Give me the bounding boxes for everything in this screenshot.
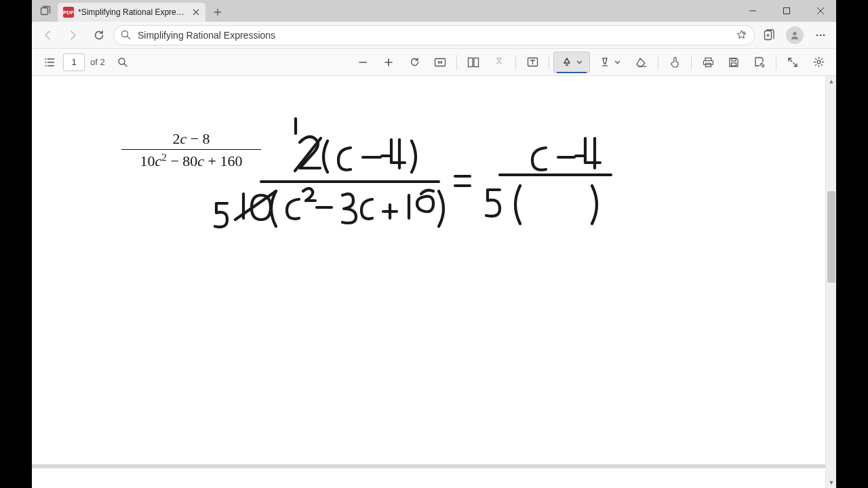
zoom-in-button[interactable] xyxy=(376,52,401,73)
scroll-down-button[interactable]: ▼ xyxy=(826,477,836,488)
svg-rect-0 xyxy=(41,8,48,15)
settings-button[interactable] xyxy=(806,52,831,73)
typeset-denominator: 10c2 − 80c + 160 xyxy=(119,150,264,170)
rotate-button[interactable] xyxy=(402,52,427,73)
nav-forward-button[interactable] xyxy=(62,24,85,47)
window-maximize-button[interactable] xyxy=(771,0,802,22)
svg-rect-19 xyxy=(732,63,736,66)
erase-button[interactable] xyxy=(629,52,654,73)
find-button[interactable] xyxy=(111,52,135,73)
svg-rect-14 xyxy=(474,58,479,66)
draw-button[interactable] xyxy=(553,52,590,73)
collections-button[interactable] xyxy=(757,24,781,47)
pdf-viewport[interactable]: 2c − 8 10c2 − 80c + 160 xyxy=(32,76,836,488)
svg-point-10 xyxy=(45,65,47,66)
print-button[interactable] xyxy=(696,52,720,73)
highlight-button[interactable] xyxy=(591,52,628,73)
fullscreen-button[interactable] xyxy=(781,52,805,73)
svg-rect-13 xyxy=(469,58,473,66)
nav-refresh-button[interactable] xyxy=(87,24,111,47)
window-minimize-button[interactable] xyxy=(737,0,768,22)
save-button[interactable] xyxy=(722,52,746,73)
address-bar[interactable]: Simplifying Rational Expressions xyxy=(113,25,755,45)
tab-strip: PDF *Simplifying Rational Expressions xyxy=(32,0,836,22)
scroll-thumb[interactable] xyxy=(827,191,835,283)
pdf-favicon: PDF xyxy=(63,7,74,18)
address-text: Simplifying Rational Expressions xyxy=(138,30,729,41)
svg-point-21 xyxy=(817,60,821,64)
add-text-button[interactable] xyxy=(520,52,545,73)
page-view-button[interactable] xyxy=(461,52,486,73)
address-bar-row: Simplifying Rational Expressions xyxy=(32,22,836,49)
svg-point-4 xyxy=(793,31,796,35)
svg-point-5 xyxy=(816,34,818,36)
svg-rect-1 xyxy=(784,8,790,14)
typeset-expression: 2c − 8 10c2 − 80c + 160 xyxy=(119,130,264,170)
new-tab-button[interactable] xyxy=(208,3,227,22)
svg-rect-20 xyxy=(732,58,736,61)
avatar-icon xyxy=(786,26,804,44)
pdf-page: 2c − 8 10c2 − 80c + 160 xyxy=(32,76,825,488)
window-close-button[interactable] xyxy=(805,0,836,22)
favorite-icon[interactable] xyxy=(736,29,747,41)
browser-window: PDF *Simplifying Rational Expressions xyxy=(32,0,836,488)
tab-title: *Simplifying Rational Expressions xyxy=(78,7,186,17)
svg-point-8 xyxy=(45,58,47,60)
touch-button[interactable] xyxy=(663,52,687,73)
search-icon xyxy=(121,30,131,40)
svg-point-9 xyxy=(45,62,47,63)
scroll-up-button[interactable]: ▲ xyxy=(826,76,836,87)
read-aloud-button[interactable] xyxy=(487,52,511,73)
more-menu-button[interactable] xyxy=(809,24,832,47)
svg-point-7 xyxy=(823,34,825,36)
pdf-toolbar: of 2 xyxy=(32,49,836,76)
profile-button[interactable] xyxy=(783,24,806,47)
nav-back-button[interactable] xyxy=(36,24,59,47)
save-as-button[interactable] xyxy=(747,52,772,73)
page-total-label: of 2 xyxy=(86,57,109,67)
tabs-overview-button[interactable] xyxy=(36,1,55,20)
contents-toggle-button[interactable] xyxy=(37,52,62,73)
svg-point-6 xyxy=(820,34,822,36)
tab-active[interactable]: PDF *Simplifying Rational Expressions xyxy=(58,3,205,22)
pdf-page-next xyxy=(32,464,825,488)
tab-close-button[interactable] xyxy=(191,7,201,18)
svg-rect-17 xyxy=(703,60,713,64)
vertical-scrollbar[interactable]: ▲ ▼ xyxy=(825,76,836,488)
typeset-numerator: 2c − 8 xyxy=(119,130,264,149)
zoom-out-button[interactable] xyxy=(351,52,375,73)
page-number-input[interactable] xyxy=(63,54,85,71)
fit-page-button[interactable] xyxy=(428,52,452,73)
